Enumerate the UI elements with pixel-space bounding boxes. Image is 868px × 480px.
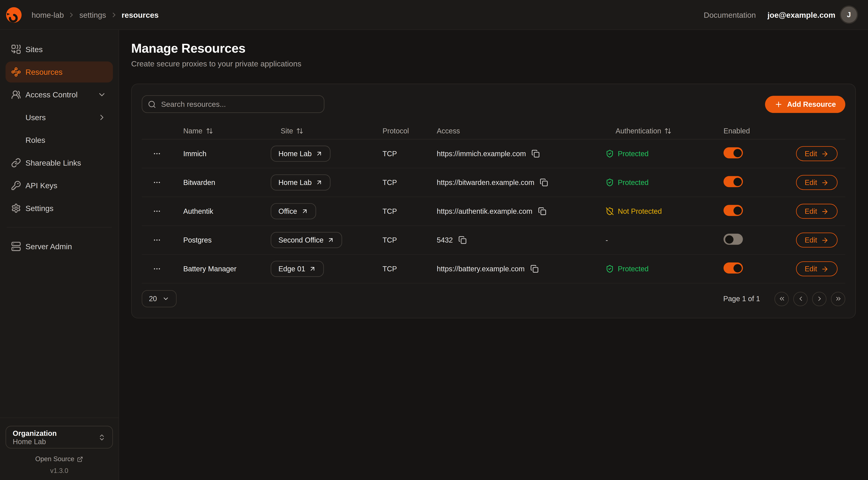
site-link[interactable]: Edge 01: [271, 261, 324, 277]
shield-off-icon: [606, 207, 614, 215]
edit-button[interactable]: Edit: [796, 175, 838, 190]
main-content: Manage Resources Create secure proxies t…: [119, 30, 868, 480]
page-info: Page 1 of 1: [723, 295, 760, 303]
site-link[interactable]: Home Lab: [271, 146, 331, 162]
search-input[interactable]: [142, 95, 324, 113]
sidebar: Sites Resources Access Control Users: [0, 30, 119, 480]
breadcrumb-org[interactable]: home-lab: [31, 10, 64, 19]
sidebar-item-label: Server Admin: [26, 242, 72, 251]
ellipsis-icon: [153, 236, 161, 244]
open-source-link[interactable]: Open Source: [6, 455, 113, 463]
sidebar-item-label: Access Control: [26, 90, 78, 99]
table-row: Authentik Office TCP https://authentik.e…: [142, 197, 845, 226]
resource-access-port: 5432: [437, 236, 453, 244]
sidebar-item-label: API Keys: [26, 181, 57, 190]
auth-status: Protected: [606, 265, 723, 273]
organization-selector[interactable]: Organization Home Lab: [6, 426, 113, 449]
copy-icon: [538, 207, 546, 215]
copy-button[interactable]: [540, 178, 548, 187]
site-link[interactable]: Second Office: [271, 232, 342, 248]
ellipsis-icon: [153, 265, 161, 273]
sidebar-item-server-admin[interactable]: Server Admin: [6, 236, 113, 257]
chevrons-right-icon: [835, 295, 842, 302]
edit-button[interactable]: Edit: [796, 204, 838, 219]
sidebar-item-users[interactable]: Users: [6, 107, 113, 128]
ellipsis-icon: [153, 207, 161, 215]
resources-icon: [11, 67, 21, 77]
resource-protocol: TCP: [382, 178, 437, 187]
chevron-right-icon: [68, 11, 75, 19]
row-menu-button[interactable]: [142, 265, 172, 273]
chevrons-up-down-icon: [98, 433, 106, 441]
enabled-toggle[interactable]: [723, 205, 743, 216]
site-link[interactable]: Home Lab: [271, 175, 331, 190]
copy-button[interactable]: [530, 265, 538, 273]
table-row: Postgres Second Office TCP 5432 - Edit: [142, 226, 845, 254]
avatar[interactable]: J: [841, 7, 857, 23]
column-header-site[interactable]: Site: [271, 127, 382, 135]
copy-button[interactable]: [531, 150, 540, 158]
row-menu-button[interactable]: [142, 207, 172, 215]
breadcrumb-settings[interactable]: settings: [80, 10, 106, 19]
site-link[interactable]: Office: [271, 203, 316, 219]
resource-protocol: TCP: [382, 207, 437, 215]
sidebar-item-sites[interactable]: Sites: [6, 39, 113, 60]
key-icon: [11, 180, 21, 190]
first-page-button[interactable]: [774, 292, 789, 306]
sidebar-item-roles[interactable]: Roles: [6, 129, 113, 151]
sort-icon: [297, 127, 304, 134]
resource-access-url: https://immich.example.com: [437, 150, 526, 158]
resource-name: Bitwarden: [172, 178, 271, 187]
resource-name: Immich: [172, 150, 271, 158]
resource-name: Authentik: [172, 207, 271, 215]
enabled-toggle[interactable]: [723, 147, 743, 158]
copy-icon: [531, 150, 540, 158]
arrow-up-right-icon: [327, 236, 335, 244]
resource-name: Postgres: [172, 236, 271, 244]
edit-button[interactable]: Edit: [796, 146, 838, 161]
copy-button[interactable]: [458, 236, 467, 244]
page-size-select[interactable]: 20: [142, 290, 177, 307]
arrow-up-right-icon: [301, 208, 308, 215]
sidebar-item-resources[interactable]: Resources: [6, 62, 113, 83]
enabled-toggle[interactable]: [723, 176, 743, 187]
topbar-right: Documentation joe@example.com J: [704, 7, 857, 23]
table-row: Battery Manager Edge 01 TCP https://batt…: [142, 254, 845, 283]
page-title: Manage Resources: [131, 41, 856, 56]
row-menu-button[interactable]: [142, 236, 172, 244]
resource-access-url: https://authentik.example.com: [437, 207, 532, 215]
add-resource-button[interactable]: Add Resource: [765, 96, 845, 113]
enabled-toggle[interactable]: [723, 263, 743, 273]
breadcrumb-current[interactable]: resources: [122, 10, 159, 19]
column-header-name[interactable]: Name: [172, 127, 271, 135]
organization-label: Organization: [13, 429, 57, 437]
row-menu-button[interactable]: [142, 178, 172, 187]
copy-button[interactable]: [538, 207, 546, 215]
pangolin-logo[interactable]: [4, 5, 23, 24]
edit-button[interactable]: Edit: [796, 233, 838, 248]
arrow-right-icon: [821, 207, 829, 215]
enabled-toggle[interactable]: [723, 234, 743, 245]
next-page-button[interactable]: [812, 292, 827, 306]
users-icon: [11, 90, 21, 100]
sidebar-item-api-keys[interactable]: API Keys: [6, 175, 113, 196]
column-header-authentication[interactable]: Authentication: [606, 127, 723, 135]
breadcrumb: home-lab settings resources: [31, 10, 158, 19]
copy-icon: [530, 265, 538, 273]
sidebar-item-shareable-links[interactable]: Shareable Links: [6, 152, 113, 173]
arrow-up-right-icon: [316, 150, 323, 157]
resource-protocol: TCP: [382, 236, 437, 244]
arrow-up-right-icon: [316, 179, 323, 186]
documentation-link[interactable]: Documentation: [704, 10, 756, 19]
server-icon: [11, 241, 21, 251]
arrow-right-icon: [821, 150, 829, 158]
last-page-button[interactable]: [831, 292, 845, 306]
row-menu-button[interactable]: [142, 150, 172, 158]
edit-button[interactable]: Edit: [796, 261, 838, 276]
resource-access-url: https://bitwarden.example.com: [437, 178, 534, 187]
sidebar-item-access-control[interactable]: Access Control: [6, 84, 113, 105]
shield-check-icon: [606, 178, 614, 187]
previous-page-button[interactable]: [793, 292, 808, 306]
arrow-right-icon: [821, 179, 829, 186]
sidebar-item-settings[interactable]: Settings: [6, 198, 113, 219]
